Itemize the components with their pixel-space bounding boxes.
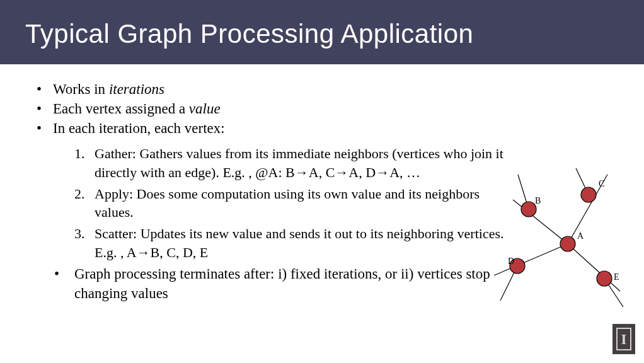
step-number: 1. <box>25 144 95 163</box>
edge-A-D <box>494 244 568 275</box>
bullet-marker: • <box>25 264 74 284</box>
bullet-text: In each iteration, each vertex: <box>53 118 492 138</box>
node-label-C: C <box>599 179 604 189</box>
bullet-item: • In each iteration, each vertex: <box>25 118 492 138</box>
node-B <box>521 202 536 217</box>
logo-frame: I <box>616 328 631 350</box>
node-label-E: E <box>614 272 619 282</box>
illinois-logo: I <box>612 324 635 354</box>
bullet-text: Each vertex assigned a value <box>53 99 492 118</box>
slide-content: • Works in iterations • Each vertex assi… <box>0 64 644 303</box>
slide-title: Typical Graph Processing Application <box>25 19 619 49</box>
bullet-item: • Works in iterations <box>25 79 492 99</box>
step-text: Gather: Gathers values from its immediat… <box>95 144 517 182</box>
text-span: Works in <box>53 81 109 97</box>
node-A <box>560 236 575 251</box>
node-label-A: A <box>577 231 584 241</box>
bullet-item: • Each vertex assigned a value <box>25 99 492 118</box>
edge-A-B <box>513 200 568 244</box>
top-bullets: • Works in iterations • Each vertex assi… <box>25 79 492 138</box>
bullet-marker: • <box>25 99 53 118</box>
node-label-D: D <box>508 256 514 267</box>
bullet-marker: • <box>25 79 53 99</box>
text-span: Each vertex assigned a <box>53 101 189 117</box>
edge-A-E <box>568 244 620 291</box>
step-item: 3. Scatter: Updates its new value and se… <box>25 224 517 262</box>
bullet-marker: • <box>25 118 53 138</box>
node-C <box>581 187 596 202</box>
ordered-steps: 1. Gather: Gathers values from its immed… <box>25 144 517 262</box>
step-item: 1. Gather: Gathers values from its immed… <box>25 144 517 182</box>
bullet-item: • Graph processing terminates after: i) … <box>25 264 517 303</box>
step-number: 2. <box>25 185 95 204</box>
step-number: 3. <box>25 224 95 243</box>
step-text: Scatter: Updates its new value and sends… <box>95 224 517 262</box>
logo-letter: I <box>621 331 626 348</box>
text-em: value <box>189 101 221 117</box>
step-item: 2. Apply: Does some computation using it… <box>25 185 517 222</box>
node-label-B: B <box>535 196 541 206</box>
bullet-text: Works in iterations <box>53 79 492 99</box>
graph-diagram: A B C D E <box>481 162 626 307</box>
bullet-text: Graph processing terminates after: i) fi… <box>74 264 517 303</box>
step-text: Apply: Does some computation using its o… <box>95 185 517 222</box>
node-E <box>597 271 612 286</box>
text-em: iterations <box>109 81 164 97</box>
graph-svg <box>481 162 626 307</box>
title-bar: Typical Graph Processing Application <box>0 0 644 64</box>
